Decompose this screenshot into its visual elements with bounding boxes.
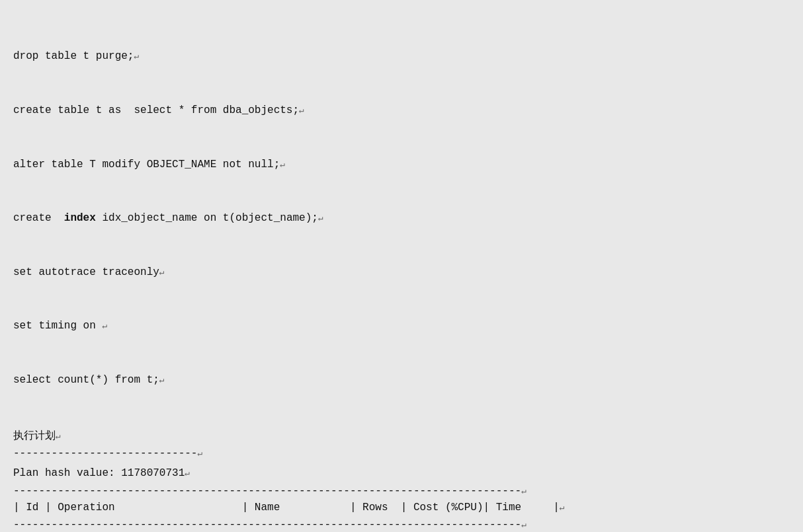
main-content: drop table t purge;↵ create table t as s… (13, 12, 790, 532)
table-header: | Id | Operation | Name | Rows | Cost (%… (13, 498, 790, 517)
code-line-3: alter table T modify OBJECT_NAME not nul… (13, 156, 790, 174)
exec-plan-label: 执行计划↵ (13, 428, 790, 445)
code-line-7: select count(*) from t;↵ (13, 371, 790, 389)
separator-top: ----------------------------------------… (13, 484, 790, 498)
separator-short: -----------------------------↵ (13, 446, 790, 461)
code-line-2: create table t as select * from dba_obje… (13, 102, 790, 120)
separator-header: ----------------------------------------… (13, 517, 790, 532)
code-line-6: set timing on ↵ (13, 317, 790, 335)
code-line-5: set autotrace traceonly↵ (13, 264, 790, 282)
code-line-1: drop table t purge;↵ (13, 48, 790, 65)
plan-hash-value: Plan hash value: 1178070731↵ (13, 465, 790, 482)
code-line-4: create index idx_object_name on t(object… (13, 209, 790, 227)
exec-plan-section: 执行计划↵ -----------------------------↵ Pla… (13, 428, 790, 532)
code-block: drop table t purge;↵ create table t as s… (13, 12, 790, 425)
